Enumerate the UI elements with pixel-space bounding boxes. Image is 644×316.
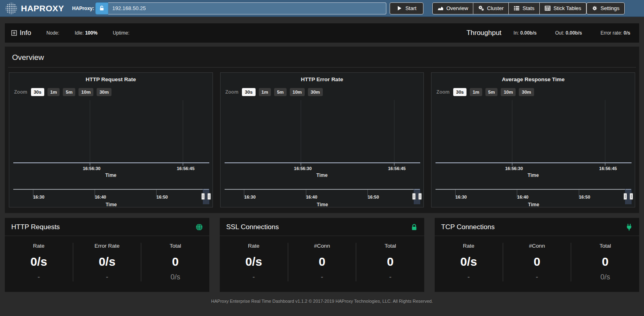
stat-sub-value: -: [503, 273, 571, 281]
chart-plot-area: 16:56:30 16:56:45: [225, 99, 421, 163]
stat-sub-value: -: [5, 273, 73, 281]
stat-column-error-rate: Error Rate 0/s -: [73, 243, 141, 281]
x-axis-tick-label: 16:56:45: [599, 166, 617, 171]
throughput-in: In: 0.00b/s: [514, 30, 537, 36]
axis-tick: [183, 163, 183, 166]
navigator-tick-label: 16:40: [95, 195, 106, 199]
navigator-axis-title: Time: [225, 202, 421, 207]
navigator-tick-label: 16:40: [306, 195, 317, 199]
address-input[interactable]: [108, 2, 386, 14]
navigator-selection[interactable]: [414, 189, 420, 204]
stat-header: Rate: [435, 243, 503, 249]
axis-tick: [301, 163, 301, 166]
navigator-handle-left[interactable]: [412, 193, 416, 200]
area-chart-icon: [438, 5, 444, 11]
zoom-option-30s[interactable]: 30s: [453, 88, 466, 96]
stat-header: Rate: [220, 243, 288, 249]
stat-value: 0/s: [73, 255, 141, 269]
start-button-label: Start: [405, 5, 416, 11]
gears-icon: [478, 5, 484, 11]
x-axis-title: Time: [431, 172, 635, 178]
info-expander[interactable]: Info: [11, 29, 31, 37]
stat-column-total: Total 0 -: [356, 243, 424, 281]
chart-navigator[interactable]: 16:30 16:40 16:50 Time: [13, 189, 209, 207]
nav-button-stats[interactable]: Stats: [509, 2, 540, 14]
in-value: 0.00b/s: [520, 30, 537, 36]
axis-tick: [394, 163, 394, 166]
navigator-selection[interactable]: [625, 189, 632, 204]
zoom-option-10m[interactable]: 10m: [501, 88, 516, 96]
throughput-title: Throughput: [466, 29, 502, 37]
zoom-controls: Zoom 30s 1m 5m 10m 30m: [14, 88, 115, 96]
zoom-option-30s[interactable]: 30s: [31, 88, 44, 96]
stat-sub-value: 0/s: [571, 273, 639, 281]
in-label: In:: [514, 30, 519, 36]
nav-button-label: Cluster: [487, 5, 504, 11]
stat-header: Total: [141, 243, 209, 249]
zoom-option-5m[interactable]: 5m: [274, 88, 287, 96]
navigator-handle-left[interactable]: [623, 193, 627, 200]
card-title: HTTP Requests: [11, 223, 60, 231]
x-axis-tick-label: 16:56:45: [177, 166, 194, 171]
chart-title: HTTP Request Rate: [9, 76, 213, 82]
card-header: HTTP Requests: [5, 218, 209, 236]
node-field: Node:: [46, 30, 59, 36]
navigator-handle-right[interactable]: [207, 193, 211, 200]
stat-header: Total: [356, 243, 424, 249]
zoom-option-1m[interactable]: 1m: [470, 88, 482, 96]
chart-panel-http-request-rate: HTTP Request Rate Zoom 30s 1m 5m 10m 30m…: [9, 72, 213, 207]
gridline: [183, 100, 183, 162]
error-rate-label: Error rate:: [601, 30, 622, 36]
idle-value: 100%: [85, 30, 97, 36]
zoom-option-10m[interactable]: 10m: [78, 88, 93, 96]
stat-value: 0: [288, 255, 356, 269]
card-http-requests: HTTP Requests Rate 0/s -: [5, 218, 209, 292]
settings-button-label: Settings: [601, 5, 619, 11]
plug-icon: [625, 224, 633, 231]
footer-copyright: HAProxy Enterprise Real Time Dashboard v…: [0, 292, 644, 304]
table-icon: [545, 5, 551, 11]
nav-button-overview[interactable]: Overview: [432, 2, 473, 14]
navigator-handle-right[interactable]: [630, 193, 633, 200]
zoom-option-10m[interactable]: 10m: [290, 88, 305, 96]
address-label: HAProxy:: [72, 6, 94, 11]
stat-header: Total: [571, 243, 639, 249]
zoom-option-1m[interactable]: 1m: [47, 88, 60, 96]
start-button[interactable]: Start: [390, 2, 423, 14]
stat-value: 0/s: [5, 255, 73, 269]
info-title: Info: [20, 29, 31, 37]
idle-field: Idle: 100%: [74, 30, 97, 36]
zoom-option-5m[interactable]: 5m: [485, 88, 498, 96]
chart-navigator[interactable]: 16:30 16:40 16:50 Time: [225, 189, 421, 207]
stat-sub-value: -: [220, 273, 288, 281]
x-axis-title: Time: [9, 172, 213, 178]
navigator-handle-left[interactable]: [201, 193, 205, 200]
zoom-controls: Zoom 30s 1m 5m 10m 30m: [436, 88, 537, 96]
card-body: Rate 0/s - #Conn 0 - Total 0 -: [220, 236, 424, 292]
navigator-tick-label: 16:50: [157, 195, 168, 199]
x-axis-title: Time: [221, 172, 424, 178]
stat-value: 0: [503, 255, 571, 269]
navigator-handle-right[interactable]: [418, 193, 422, 200]
settings-button[interactable]: Settings: [586, 2, 625, 14]
unlock-icon-button[interactable]: [95, 2, 108, 14]
stat-sub-value: -: [435, 273, 503, 281]
zoom-option-30s[interactable]: 30s: [242, 88, 255, 96]
node-label: Node:: [46, 30, 59, 36]
gridline: [512, 100, 512, 162]
stat-column-rate: Rate 0/s -: [220, 243, 288, 281]
zoom-option-1m[interactable]: 1m: [259, 88, 271, 96]
navigator-selection[interactable]: [203, 189, 209, 204]
zoom-option-30m[interactable]: 30m: [308, 88, 323, 96]
chart-navigator[interactable]: 16:30 16:40 16:50 Time: [436, 189, 632, 207]
zoom-option-5m[interactable]: 5m: [63, 88, 75, 96]
zoom-option-30m[interactable]: 30m: [519, 88, 534, 96]
nav-button-cluster[interactable]: Cluster: [473, 2, 509, 14]
zoom-option-30m[interactable]: 30m: [97, 88, 111, 96]
chart-plot-area: 16:56:30 16:56:45: [13, 99, 209, 163]
stat-header: #Conn: [288, 243, 356, 249]
gear-icon: [592, 5, 598, 11]
nav-button-stick-tables[interactable]: Stick Tables: [540, 2, 586, 14]
card-body: Rate 0/s - Error Rate 0/s - Total 0 0/s: [5, 236, 209, 292]
stat-column-total: Total 0 0/s: [571, 243, 639, 281]
